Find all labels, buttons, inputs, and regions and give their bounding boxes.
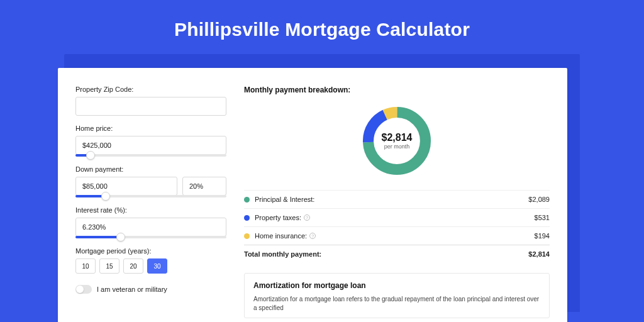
- home-price-input[interactable]: [75, 136, 226, 155]
- veteran-toggle-knob: [76, 286, 84, 293]
- zip-input[interactable]: [75, 97, 226, 116]
- veteran-toggle[interactable]: [75, 285, 92, 294]
- donut-center: $2,814 per month: [359, 103, 435, 179]
- breakdown-title: Monthly payment breakdown:: [244, 86, 550, 94]
- page-title: Phillipsville Mortgage Calculator: [0, 0, 644, 54]
- down-payment-slider-thumb[interactable]: [101, 192, 110, 201]
- down-payment-slider[interactable]: [75, 195, 226, 197]
- breakdown-column: Monthly payment breakdown:: [244, 86, 550, 318]
- down-payment-label: Down payment:: [75, 165, 226, 173]
- breakdown-row-insurance: Home insurance: ? $194: [244, 226, 550, 245]
- interest-rate-field: Interest rate (%):: [75, 206, 226, 238]
- breakdown-label: Home insurance: ?: [255, 232, 535, 240]
- breakdown-total-value: $2,814: [528, 250, 550, 258]
- home-price-slider-thumb[interactable]: [86, 151, 95, 160]
- breakdown-total-label: Total monthly payment:: [244, 250, 528, 258]
- veteran-row: I am veteran or military: [75, 285, 226, 294]
- zip-field: Property Zip Code:: [75, 86, 226, 116]
- breakdown-label-text: Principal & Interest:: [255, 196, 314, 203]
- home-price-slider[interactable]: [75, 154, 226, 157]
- interest-rate-slider-thumb[interactable]: [116, 233, 125, 242]
- breakdown-value: $531: [535, 214, 550, 221]
- page-root: Phillipsville Mortgage Calculator Proper…: [0, 0, 644, 322]
- breakdown-label-text: Property taxes:: [255, 214, 301, 221]
- dot-icon-green: [244, 197, 250, 203]
- donut-chart-wrap: $2,814 per month: [244, 103, 550, 179]
- breakdown-row-principal: Principal & Interest: $2,089: [244, 190, 550, 208]
- period-option-15[interactable]: 15: [99, 258, 119, 274]
- home-price-label: Home price:: [75, 125, 226, 132]
- down-payment-field: Down payment:: [75, 165, 226, 197]
- form-column: Property Zip Code: Home price: Down paym…: [75, 86, 226, 318]
- amortization-card: Amortization for mortgage loan Amortizat…: [244, 273, 550, 318]
- period-option-20[interactable]: 20: [123, 258, 143, 274]
- interest-rate-slider[interactable]: [75, 236, 226, 238]
- period-group: 10 15 20 30: [75, 258, 226, 274]
- donut-sub: per month: [384, 143, 410, 150]
- calculator-card: Property Zip Code: Home price: Down paym…: [58, 68, 567, 322]
- breakdown-row-total: Total monthly payment: $2,814: [244, 245, 550, 263]
- period-option-30[interactable]: 30: [147, 258, 167, 274]
- home-price-field: Home price:: [75, 125, 226, 157]
- breakdown-value: $194: [535, 232, 550, 240]
- breakdown-label: Property taxes: ?: [255, 214, 535, 221]
- zip-label: Property Zip Code:: [75, 86, 226, 93]
- interest-rate-label: Interest rate (%):: [75, 206, 226, 214]
- period-field: Mortgage period (years): 10 15 20 30: [75, 247, 226, 274]
- info-icon[interactable]: ?: [309, 233, 316, 239]
- amortization-text: Amortization for a mortgage loan refers …: [253, 295, 540, 313]
- donut-amount: $2,814: [382, 132, 413, 143]
- breakdown-row-taxes: Property taxes: ? $531: [244, 208, 550, 226]
- period-label: Mortgage period (years):: [75, 247, 226, 255]
- breakdown-label-text: Home insurance:: [255, 232, 307, 240]
- period-option-10[interactable]: 10: [75, 258, 96, 274]
- veteran-label: I am veteran or military: [97, 286, 167, 293]
- breakdown-label: Principal & Interest:: [255, 196, 528, 203]
- dot-icon-yellow: [244, 233, 250, 239]
- interest-rate-input[interactable]: [75, 218, 226, 236]
- dot-icon-blue: [244, 215, 250, 221]
- amortization-title: Amortization for mortgage loan: [253, 281, 540, 290]
- down-payment-input[interactable]: [75, 177, 177, 196]
- down-payment-pct-input[interactable]: [182, 177, 226, 196]
- donut-chart: $2,814 per month: [359, 103, 435, 179]
- breakdown-value: $2,089: [528, 196, 550, 203]
- info-icon[interactable]: ?: [304, 214, 310, 221]
- backdrop-panel: Property Zip Code: Home price: Down paym…: [64, 54, 580, 312]
